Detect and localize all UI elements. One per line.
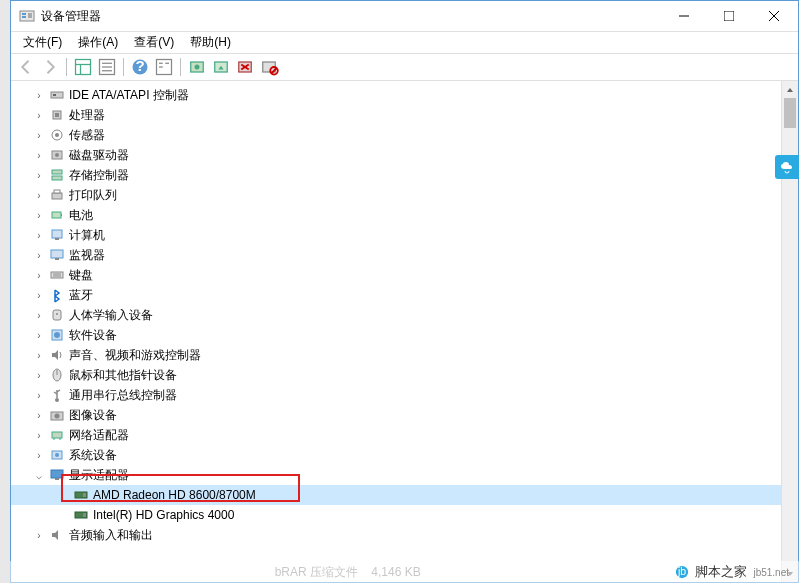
tree-item-label: 传感器 xyxy=(69,127,105,144)
toolbar-scan-button[interactable] xyxy=(186,56,208,78)
menu-file[interactable]: 文件(F) xyxy=(15,32,70,53)
expand-icon[interactable]: › xyxy=(31,330,47,341)
scroll-thumb[interactable] xyxy=(784,98,796,128)
svg-rect-1 xyxy=(22,13,26,15)
expand-icon[interactable]: › xyxy=(31,350,47,361)
svg-point-60 xyxy=(55,414,60,419)
svg-rect-71 xyxy=(83,513,86,517)
battery-icon xyxy=(49,207,65,223)
expand-icon[interactable]: › xyxy=(31,410,47,421)
toolbar-list-button[interactable] xyxy=(153,56,175,78)
device-tree[interactable]: ›IDE ATA/ATAPI 控制器›处理器›传感器›磁盘驱动器›存储控制器›打… xyxy=(11,81,781,582)
tree-item[interactable]: AMD Radeon HD 8600/8700M xyxy=(11,485,781,505)
expand-icon[interactable]: › xyxy=(31,190,47,201)
expand-icon[interactable]: › xyxy=(31,150,47,161)
maximize-button[interactable] xyxy=(706,2,751,31)
tree-item-label: 通用串行总线控制器 xyxy=(69,387,177,404)
expand-icon[interactable]: › xyxy=(31,90,47,101)
forward-button xyxy=(39,56,61,78)
svg-rect-48 xyxy=(51,272,63,278)
tree-item[interactable]: ⌵显示适配器 xyxy=(11,465,781,485)
tree-item[interactable]: Intel(R) HD Graphics 4000 xyxy=(11,505,781,525)
tree-item-label: 软件设备 xyxy=(69,327,117,344)
minimize-button[interactable] xyxy=(661,2,706,31)
monitor-icon xyxy=(49,247,65,263)
tree-item[interactable]: ›鼠标和其他指针设备 xyxy=(11,365,781,385)
svg-rect-47 xyxy=(55,258,59,260)
title-bar: 设备管理器 xyxy=(11,1,798,31)
svg-point-65 xyxy=(55,453,59,457)
tree-item-label: AMD Radeon HD 8600/8700M xyxy=(93,488,256,502)
menu-help[interactable]: 帮助(H) xyxy=(182,32,239,53)
svg-rect-45 xyxy=(55,238,59,240)
computer-icon xyxy=(49,227,65,243)
expand-icon[interactable]: › xyxy=(31,390,47,401)
svg-rect-3 xyxy=(28,13,32,18)
watermark: jb 脚本之家 jb51.net xyxy=(675,563,789,581)
toolbar-help-button[interactable]: ? xyxy=(129,56,151,78)
expand-icon[interactable]: › xyxy=(31,210,47,221)
expand-icon[interactable]: › xyxy=(31,250,47,261)
gpu-icon xyxy=(73,507,89,523)
tree-item[interactable]: ›键盘 xyxy=(11,265,781,285)
svg-rect-17 xyxy=(157,60,172,75)
tree-item-label: 计算机 xyxy=(69,227,105,244)
tree-item[interactable]: ›IDE ATA/ATAPI 控制器 xyxy=(11,85,781,105)
tree-item[interactable]: ›处理器 xyxy=(11,105,781,125)
tree-item[interactable]: ›电池 xyxy=(11,205,781,225)
toolbar-properties-button[interactable] xyxy=(96,56,118,78)
tree-item[interactable]: ›打印队列 xyxy=(11,185,781,205)
network-icon xyxy=(49,427,65,443)
tree-item-label: 电池 xyxy=(69,207,93,224)
tree-item[interactable]: ›磁盘驱动器 xyxy=(11,145,781,165)
expand-icon[interactable]: ⌵ xyxy=(31,470,47,481)
tree-item[interactable]: ›蓝牙 xyxy=(11,285,781,305)
expand-icon[interactable]: › xyxy=(31,130,47,141)
expand-icon[interactable]: › xyxy=(31,370,47,381)
audio-icon xyxy=(49,527,65,543)
toolbar-tree-button[interactable] xyxy=(72,56,94,78)
menu-view[interactable]: 查看(V) xyxy=(126,32,182,53)
toolbar-uninstall-button[interactable] xyxy=(234,56,256,78)
expand-icon[interactable]: › xyxy=(31,170,47,181)
tree-item[interactable]: ›传感器 xyxy=(11,125,781,145)
expand-icon[interactable]: › xyxy=(31,530,47,541)
tree-item-label: 鼠标和其他指针设备 xyxy=(69,367,177,384)
menu-action[interactable]: 操作(A) xyxy=(70,32,126,53)
tree-item[interactable]: ›监视器 xyxy=(11,245,781,265)
close-button[interactable] xyxy=(751,2,796,31)
scroll-up-button[interactable] xyxy=(782,81,798,98)
expand-icon[interactable]: › xyxy=(31,310,47,321)
expand-icon[interactable]: › xyxy=(31,270,47,281)
mouse-icon xyxy=(49,367,65,383)
svg-point-52 xyxy=(56,313,58,315)
svg-rect-2 xyxy=(22,16,26,18)
tree-item-label: 声音、视频和游戏控制器 xyxy=(69,347,201,364)
toolbar-update-driver-button[interactable] xyxy=(210,56,232,78)
tree-item[interactable]: ›音频输入和输出 xyxy=(11,525,781,545)
tree-item[interactable]: ›计算机 xyxy=(11,225,781,245)
expand-icon[interactable]: › xyxy=(31,290,47,301)
svg-point-22 xyxy=(195,65,200,70)
svg-rect-66 xyxy=(51,470,63,478)
bluetooth-icon xyxy=(49,287,65,303)
expand-icon[interactable]: › xyxy=(31,430,47,441)
expand-icon[interactable]: › xyxy=(31,450,47,461)
tree-item[interactable]: ›人体学输入设备 xyxy=(11,305,781,325)
svg-rect-38 xyxy=(52,170,62,174)
expand-icon[interactable]: › xyxy=(31,110,47,121)
toolbar-disable-button[interactable] xyxy=(258,56,280,78)
tree-item-label: 图像设备 xyxy=(69,407,117,424)
tree-item[interactable]: ›存储控制器 xyxy=(11,165,781,185)
tree-item[interactable]: ›系统设备 xyxy=(11,445,781,465)
tree-item[interactable]: ›网络适配器 xyxy=(11,425,781,445)
printer-icon xyxy=(49,187,65,203)
tree-item[interactable]: ›声音、视频和游戏控制器 xyxy=(11,345,781,365)
tree-item[interactable]: ›通用串行总线控制器 xyxy=(11,385,781,405)
expand-icon[interactable]: › xyxy=(31,230,47,241)
cloud-widget-icon[interactable] xyxy=(775,155,799,179)
camera-icon xyxy=(49,407,65,423)
system-icon xyxy=(49,447,65,463)
tree-item[interactable]: ›软件设备 xyxy=(11,325,781,345)
tree-item[interactable]: ›图像设备 xyxy=(11,405,781,425)
